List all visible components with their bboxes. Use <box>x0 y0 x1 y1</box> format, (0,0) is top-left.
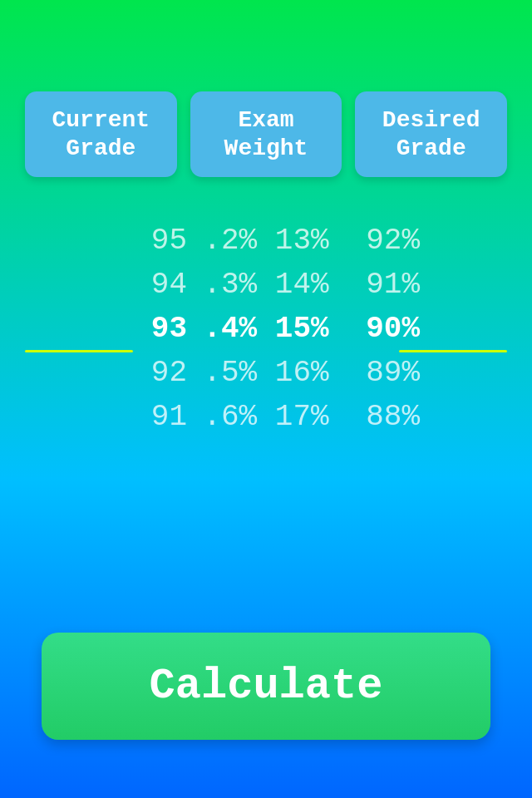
desired-grade-cell: 92% <box>337 224 445 258</box>
desired-grade-cell: 90% <box>337 312 445 346</box>
current-grade-cell: 94 <box>87 268 195 302</box>
table-row: 91 .6% 17% 88% <box>0 395 532 439</box>
desired-grade-header: Desired Grade <box>355 91 507 177</box>
exam-weight-cell: .5% 16% <box>195 356 337 390</box>
exam-weight-header: Exam Weight <box>190 91 342 177</box>
exam-weight-label: Exam Weight <box>224 107 308 161</box>
desired-grade-cell: 88% <box>337 400 445 434</box>
table-row: 94 .3% 14% 91% <box>0 263 532 307</box>
current-grade-cell: 91 <box>87 400 195 434</box>
calculate-button[interactable]: Calculate <box>42 633 490 740</box>
exam-weight-cell: .3% 14% <box>195 268 337 302</box>
table-row: 92 .5% 16% 89% <box>0 351 532 395</box>
header-section: Current Grade Exam Weight Desired Grade <box>0 0 532 202</box>
current-grade-cell: 93 <box>87 312 195 346</box>
exam-weight-cell: .6% 17% <box>195 400 337 434</box>
current-grade-label: Current Grade <box>52 107 150 161</box>
table-row: 93 .4% 15% 90% <box>0 307 532 351</box>
current-grade-header: Current Grade <box>25 91 177 177</box>
current-grade-cell: 92 <box>87 356 195 390</box>
current-grade-cell: 95 <box>87 224 195 258</box>
table-row: 95 .2% 13% 92% <box>0 219 532 263</box>
data-section: 95 .2% 13% 92% 94 .3% 14% 91% 93 .4% 15%… <box>0 202 532 456</box>
desired-grade-label: Desired Grade <box>382 107 480 161</box>
exam-weight-cell: .2% 13% <box>195 224 337 258</box>
calculate-label: Calculate <box>150 662 383 711</box>
exam-weight-cell: .4% 15% <box>195 312 337 346</box>
desired-grade-cell: 89% <box>337 356 445 390</box>
desired-grade-cell: 91% <box>337 268 445 302</box>
